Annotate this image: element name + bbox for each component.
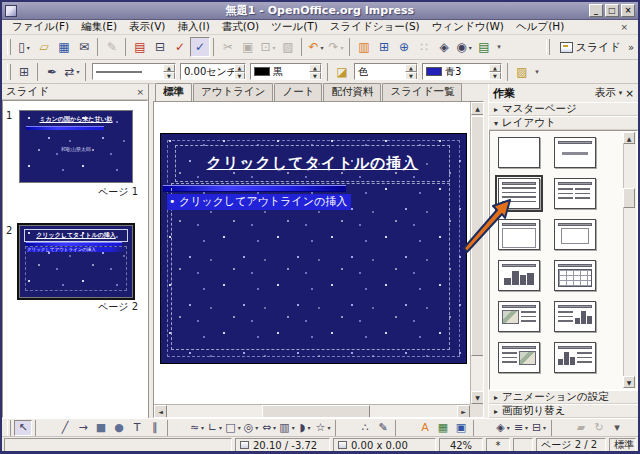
minimize-button[interactable]: _ <box>589 4 603 17</box>
tab-slide-sorter[interactable]: スライド一覧 <box>382 83 462 101</box>
menu-edit[interactable]: 編集(E) <box>75 20 123 34</box>
layout-title-chart[interactable] <box>498 260 540 291</box>
connector-icon[interactable]: ∟ <box>206 420 224 436</box>
symbol-shapes-icon[interactable]: ◎ <box>242 420 260 436</box>
title-placeholder[interactable]: クリックしてタイトルの挿入 <box>175 145 450 182</box>
page-style-cell[interactable]: 標準 <box>609 438 636 452</box>
menu-help[interactable]: ヘルプ(H) <box>510 20 570 34</box>
rotate-icon[interactable]: ◈ <box>494 420 512 436</box>
email-icon[interactable]: ✉ <box>74 37 94 57</box>
toolbar-grip[interactable] <box>7 39 11 55</box>
shadow-icon[interactable]: ▨ <box>512 62 532 82</box>
vertical-scrollbar[interactable]: ▲ ▼ <box>470 102 483 404</box>
arrowheads-icon[interactable]: ⇄ <box>62 62 82 82</box>
menu-insert[interactable]: 挿入(I) <box>171 20 215 34</box>
zoom-icon[interactable]: ◉ <box>454 37 474 57</box>
alignment-icon[interactable]: ≡ <box>512 420 530 436</box>
ellipse-icon[interactable]: ● <box>110 420 128 436</box>
scroll-left-icon[interactable]: ◄ <box>154 405 167 418</box>
document-close-icon[interactable]: × <box>614 22 634 32</box>
menu-file[interactable]: ファイル(F) <box>6 20 75 34</box>
spin-down-icon[interactable]: ▼ <box>309 72 321 80</box>
rectangle-icon[interactable]: ■ <box>92 420 110 436</box>
spin-down-icon[interactable]: ▼ <box>489 72 501 80</box>
layout-clipart-text[interactable] <box>498 301 540 332</box>
layout-blank[interactable] <box>498 137 540 168</box>
tab-handout[interactable]: 配付資料 <box>323 83 381 101</box>
slides-panel-close-icon[interactable]: × <box>136 87 144 97</box>
fontwork-icon[interactable]: A <box>416 420 434 436</box>
gallery-icon[interactable]: ▤ <box>474 37 494 57</box>
layout-text-clipart[interactable] <box>498 342 540 373</box>
slide-thumbnail-2[interactable]: 2 クリックしてタイトルの挿入 クリックしてアウトラインの挿入 <box>3 225 147 298</box>
curve-icon[interactable]: ≈ <box>188 420 206 436</box>
spin-up-icon[interactable]: ▲ <box>489 64 501 72</box>
layout-text-chart[interactable] <box>554 301 596 332</box>
horizontal-scrollbar[interactable]: ◄ ► <box>154 404 470 417</box>
slide-2-preview[interactable]: クリックしてタイトルの挿入 クリックしてアウトラインの挿入 <box>19 225 133 298</box>
print-icon[interactable]: ⊟ <box>150 37 170 57</box>
navigator-icon[interactable]: ◈ <box>434 37 454 57</box>
tab-normal[interactable]: 標準 <box>155 83 192 102</box>
table-icon[interactable]: ⊞ <box>374 37 394 57</box>
scroll-right-icon[interactable]: ► <box>457 405 470 418</box>
redo-icon[interactable]: ↷ <box>326 37 346 57</box>
layout-title-bullets-selected[interactable] <box>498 178 540 209</box>
new-document-icon[interactable]: ▯ <box>14 37 34 57</box>
gallery-icon[interactable]: ▣ <box>452 420 470 436</box>
menu-tools[interactable]: ツール(T) <box>265 20 324 34</box>
toolbar-grip[interactable] <box>7 420 11 436</box>
slide-canvas[interactable]: クリックしてタイトルの挿入 • クリックしてアウトラインの挿入 ▲ ▼ ◄ <box>153 101 484 418</box>
format-paintbrush-icon[interactable]: ▨ <box>278 37 298 57</box>
slide-1-preview[interactable]: ミカンの国から来た甘い奴 和歌山県太郎 <box>19 110 133 183</box>
menu-window[interactable]: ウィンドウ(W) <box>426 20 510 34</box>
view-menu-button[interactable]: 表示 ▾ × <box>595 86 634 100</box>
spin-up-icon[interactable]: ▲ <box>163 64 175 72</box>
extrusion-icon[interactable]: ↻ <box>590 420 608 436</box>
text-icon[interactable]: T <box>128 420 146 436</box>
horizontal-scroll-thumb[interactable] <box>262 405 370 418</box>
autospellcheck-icon[interactable]: ✓ <box>190 37 210 57</box>
fill-color-select[interactable]: 青3 ▲▼ <box>422 63 502 80</box>
block-arrows-icon[interactable]: ⇔ <box>260 420 278 436</box>
chart-icon[interactable]: ▥ <box>354 37 374 57</box>
tab-notes[interactable]: ノート <box>274 83 322 101</box>
toolbar-overflow-icon[interactable]: » <box>628 42 634 53</box>
basic-shapes-icon[interactable]: □ <box>224 420 242 436</box>
edit-points-icon[interactable]: ∴ <box>356 420 374 436</box>
toolbar-grip[interactable] <box>7 64 11 80</box>
open-icon[interactable]: ▱ <box>34 37 54 57</box>
spin-down-icon[interactable]: ▼ <box>405 72 417 80</box>
line-color-select[interactable]: 黒 ▲▼ <box>250 63 322 80</box>
spin-up-icon[interactable]: ▲ <box>405 64 417 72</box>
tab-outline[interactable]: アウトライン <box>193 83 273 101</box>
menu-view[interactable]: 表示(V) <box>123 20 171 34</box>
tasks-panel-close-icon[interactable]: × <box>625 87 634 99</box>
vertical-text-icon[interactable]: ∥ <box>146 420 164 436</box>
save-icon[interactable]: ▦ <box>54 37 74 57</box>
arrow-icon[interactable]: → <box>74 420 92 436</box>
stars-icon[interactable]: ☆ <box>314 420 332 436</box>
layout-scroll-thumb[interactable] <box>623 188 635 208</box>
layout-title-content[interactable] <box>554 137 596 168</box>
spin-up-icon[interactable]: ▲ <box>309 64 321 72</box>
layout-title-centered-box[interactable] <box>554 219 596 250</box>
layout-two-content[interactable] <box>554 178 596 209</box>
line-style-icon[interactable]: ✒ <box>42 62 62 82</box>
section-custom-animation[interactable]: ▸ アニメーションの設定 <box>489 390 638 404</box>
line-style-select[interactable]: ▲▼ <box>92 63 176 80</box>
toolbar-more-icon[interactable]: ▾ <box>532 62 542 82</box>
line-icon[interactable]: ╱ <box>56 420 74 436</box>
paste-icon[interactable]: ⊡ <box>258 37 278 57</box>
export-pdf-icon[interactable]: ▤ <box>130 37 150 57</box>
close-button[interactable]: × <box>621 4 635 17</box>
scroll-up-icon[interactable]: ▲ <box>623 132 635 144</box>
spin-up-icon[interactable]: ▲ <box>234 64 245 72</box>
section-layouts[interactable]: ▾ レイアウト <box>489 116 638 130</box>
spin-down-icon[interactable]: ▼ <box>163 72 175 80</box>
scroll-up-icon[interactable]: ▲ <box>471 102 484 115</box>
spellcheck-icon[interactable]: ✓ <box>170 37 190 57</box>
vertical-scroll-thumb[interactable] <box>471 116 484 356</box>
edit-file-icon[interactable]: ✎ <box>102 37 122 57</box>
glue-points-icon[interactable]: ✎ <box>374 420 392 436</box>
